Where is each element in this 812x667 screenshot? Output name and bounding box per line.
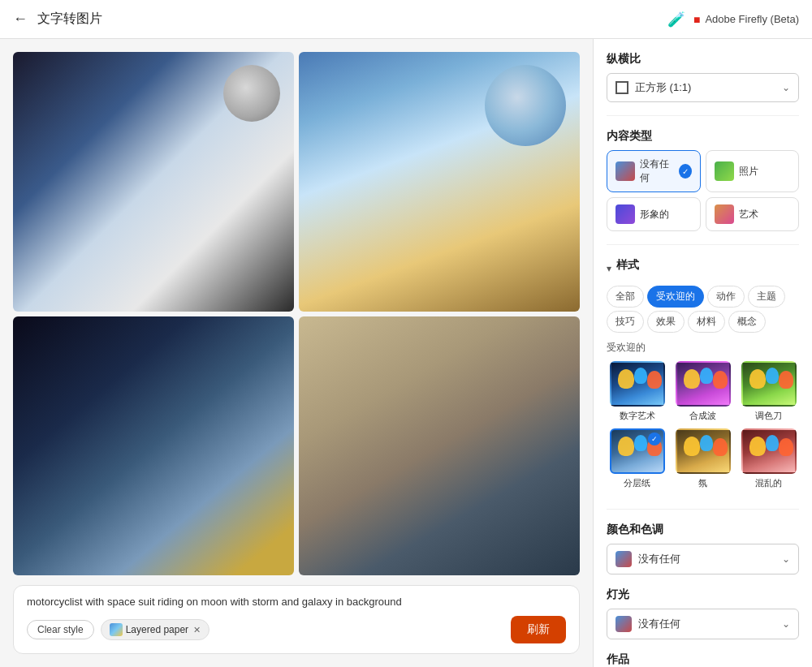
content-type-figurative-label: 形象的: [640, 208, 669, 222]
color-tone-title: 颜色和色调: [607, 523, 799, 537]
content-type-section: 内容类型 没有任何 ✓ 照片 形象的 艺术: [607, 129, 799, 231]
color-tone-dropdown[interactable]: 没有任何 ⌄: [607, 544, 799, 574]
content-type-photo[interactable]: 照片: [706, 150, 800, 192]
image-cell-1[interactable]: [13, 52, 294, 312]
balloon-decoration: [713, 371, 728, 389]
app-header: ← 文字转图片 🧪 ■ Adobe Firefly (Beta): [0, 0, 812, 39]
main-content: motorcyclist with space suit riding on m…: [0, 39, 812, 667]
style-thumb-synthwave[interactable]: 合成波: [672, 361, 733, 422]
photo-icon: [715, 161, 734, 181]
style-thumb-chaotic-label: 混乱的: [755, 477, 782, 489]
balloon-decoration: [779, 438, 793, 456]
prompt-tags: Clear style Layered paper ✕: [27, 619, 209, 640]
none-icon: [615, 161, 635, 181]
prompt-text: motorcyclist with space suit riding on m…: [27, 596, 566, 608]
style-tab-concept[interactable]: 概念: [728, 311, 766, 333]
style-thumb-gas-label: 氛: [698, 477, 707, 489]
aspect-ratio-dropdown[interactable]: 正方形 (1:1) ⌄: [607, 73, 799, 102]
style-tab-effect[interactable]: 效果: [647, 311, 685, 333]
style-subtitle: 受欢迎的: [607, 341, 799, 355]
clear-style-button[interactable]: Clear style: [27, 620, 94, 639]
moon-decoration: [485, 65, 566, 146]
style-thumb-chaotic-img: [741, 428, 797, 474]
back-button[interactable]: ←: [13, 11, 28, 28]
moon-decoration: [223, 65, 280, 122]
dropdown-left: 没有任何: [615, 551, 680, 567]
adobe-brand-text: Adobe Firefly (Beta): [705, 13, 799, 25]
content-type-none-label: 没有任何: [640, 157, 674, 185]
style-thumb-layered-paper[interactable]: ✓ 分层纸: [607, 428, 667, 489]
balloon-decoration: [647, 371, 662, 389]
dropdown-left: 没有任何: [615, 616, 680, 632]
style-tabs: 全部 受欢迎的 动作 主题 技巧 效果 材料 概念: [607, 286, 799, 333]
style-tab-all[interactable]: 全部: [607, 286, 644, 308]
prompt-actions: Clear style Layered paper ✕ 刷新: [27, 616, 566, 643]
style-thumb-gas[interactable]: 氛: [672, 428, 733, 489]
image-grid: [13, 52, 580, 575]
aspect-ratio-title: 纵横比: [607, 52, 799, 67]
chevron-down-icon: ⌄: [782, 82, 790, 93]
active-style-tag: Layered paper ✕: [101, 619, 209, 640]
style-tab-material[interactable]: 材料: [688, 311, 725, 333]
selected-check-icon: ✓: [648, 432, 661, 445]
style-thumb-layered-paper-img: ✓: [610, 428, 665, 474]
balloon-decoration: [766, 435, 779, 451]
balloon-decoration: [618, 369, 634, 389]
lighting-section: 灯光 没有任何 ⌄: [607, 587, 799, 639]
image-cell-3[interactable]: [13, 316, 294, 576]
style-header: ▾ 样式: [607, 258, 799, 279]
style-section: ▾ 样式 全部 受欢迎的 动作 主题 技巧 效果 材料 概念 受欢迎的: [607, 258, 799, 496]
collapse-icon[interactable]: ▾: [607, 263, 611, 274]
style-thumb-digital-art[interactable]: 数字艺术: [607, 361, 667, 422]
style-tab-theme[interactable]: 主题: [748, 286, 785, 308]
balloon-decoration: [713, 438, 728, 456]
content-type-title: 内容类型: [607, 129, 799, 144]
balloon-decoration: [749, 437, 766, 456]
balloon-decoration: [634, 435, 647, 451]
style-thumb-palette-knife-img: [741, 361, 797, 407]
lighting-value: 没有任何: [638, 617, 680, 631]
divider: [607, 244, 799, 245]
style-title: 样式: [616, 258, 639, 273]
style-thumb-digital-art-img: [610, 361, 665, 407]
settings-panel: 纵横比 正方形 (1:1) ⌄ 内容类型 没有任何 ✓: [593, 39, 812, 667]
aspect-ratio-section: 纵横比 正方形 (1:1) ⌄: [607, 52, 799, 102]
balloon-decoration: [779, 371, 793, 389]
style-thumb-chaotic[interactable]: 混乱的: [738, 428, 799, 489]
work-section: 作品 没有任何 ⌄: [607, 652, 799, 667]
work-title: 作品: [607, 652, 799, 667]
style-tab-action[interactable]: 动作: [707, 286, 745, 308]
style-tab-popular[interactable]: 受欢迎的: [647, 286, 704, 308]
balloon-decoration: [684, 437, 700, 456]
header-right: 🧪 ■ Adobe Firefly (Beta): [667, 11, 799, 28]
aspect-ratio-value: 正方形 (1:1): [635, 80, 691, 95]
style-thumb-layered-paper-label: 分层纸: [624, 477, 650, 489]
divider: [607, 115, 799, 116]
balloon-decoration: [700, 368, 713, 384]
images-panel: motorcyclist with space suit riding on m…: [0, 39, 593, 667]
style-thumbnails-row1: 数字艺术 合成波: [607, 361, 799, 422]
style-thumb-palette-knife-label: 调色刀: [755, 410, 782, 422]
style-thumb-synthwave-label: 合成波: [689, 410, 716, 422]
content-type-photo-label: 照片: [739, 165, 758, 179]
content-type-none[interactable]: 没有任何 ✓: [607, 150, 701, 192]
content-type-figurative[interactable]: 形象的: [607, 197, 701, 231]
balloon-decoration: [766, 368, 779, 384]
style-thumb-palette-knife[interactable]: 调色刀: [738, 361, 799, 422]
image-cell-4[interactable]: [299, 316, 580, 576]
color-tone-section: 颜色和色调 没有任何 ⌄: [607, 523, 799, 574]
style-thumbnails-row2: ✓ 分层纸 氛: [607, 428, 799, 489]
style-tag-icon: [110, 623, 123, 636]
color-tone-icon: [615, 551, 632, 567]
chevron-down-icon: ⌄: [782, 553, 790, 565]
style-tab-technique[interactable]: 技巧: [607, 311, 644, 333]
balloon-decoration: [700, 435, 713, 451]
lighting-dropdown[interactable]: 没有任何 ⌄: [607, 609, 799, 639]
header-left: ← 文字转图片: [13, 11, 102, 28]
refresh-button[interactable]: 刷新: [511, 616, 566, 643]
style-thumb-synthwave-img: [676, 361, 731, 407]
image-cell-2[interactable]: [299, 52, 580, 312]
content-type-art[interactable]: 艺术: [706, 197, 800, 231]
style-tag-close-button[interactable]: ✕: [193, 625, 201, 635]
figurative-icon: [615, 204, 635, 224]
